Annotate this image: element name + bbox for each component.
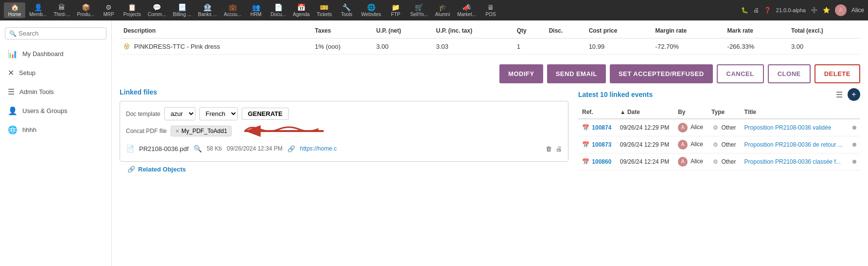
tools-icon: 🔧: [342, 3, 351, 11]
search-icon: 🔍: [9, 30, 17, 37]
gear-icon-1[interactable]: ⚙: [713, 124, 718, 131]
col-taxes: Taxes: [311, 23, 372, 38]
add-event-button[interactable]: +: [848, 88, 860, 101]
nav-ftp[interactable]: 📁 FTP: [385, 2, 407, 18]
table-row: 🏵 PINKDRESS-TTC - Pink dress 1% (ooo) 3.…: [120, 38, 860, 55]
gear-icon-2[interactable]: ⚙: [713, 141, 718, 148]
pdf-tag: ✕ My_PDF_ToAdd1: [171, 126, 231, 136]
delete-button[interactable]: DELETE: [815, 64, 860, 83]
doc-template-label: Doc template: [126, 111, 160, 117]
help-icon[interactable]: ❓: [764, 7, 771, 14]
nav-banks[interactable]: 🏦 Banks ...: [195, 2, 220, 18]
col-description: Description: [120, 23, 311, 38]
file-size: 58 Kb: [207, 145, 222, 152]
events-col-ref: Ref.: [578, 106, 616, 119]
projects-icon: 📋: [128, 3, 136, 11]
file-link[interactable]: https://home.c: [300, 145, 337, 152]
linked-files-box: Doc template azur French GENERATE Concat…: [120, 101, 568, 162]
nav-comm[interactable]: 💬 Comm...: [145, 2, 169, 18]
sidebar-item-users[interactable]: 👤 Users & Groups: [0, 101, 111, 120]
external-link-icon[interactable]: 🔗: [287, 145, 295, 152]
action-buttons-bar: MODIFY SEND EMAIL SET ACCEPTED/REFUSED C…: [112, 59, 868, 88]
linked-events-section: Latest 10 linked events ☰ + Ref. ▲ Date: [578, 88, 860, 177]
comm-icon: 💬: [153, 3, 161, 11]
event-date-3: 09/26/24 12:24 PM: [616, 153, 674, 171]
related-objects-section: 🔗 Related Objects: [120, 162, 568, 177]
template-select[interactable]: azur: [164, 107, 195, 120]
set-accepted-button[interactable]: SET ACCEPTED/REFUSED: [610, 64, 713, 83]
search-input[interactable]: [18, 30, 102, 37]
event-title-1[interactable]: Proposition PR2108-0036 validée: [741, 119, 849, 136]
nav-members[interactable]: 👤 Memb...: [26, 2, 50, 18]
star-icon[interactable]: ⭐: [823, 7, 830, 14]
line-items-section: Description Taxes U.P. (net) U.P. (inc. …: [112, 23, 868, 59]
username-label: Alice: [851, 7, 864, 14]
nav-tools[interactable]: 🔧 Tools: [336, 2, 357, 18]
print-icon[interactable]: 🖨: [753, 7, 759, 14]
event-title-2[interactable]: Proposition PR2108-0036 de retour ...: [741, 136, 849, 153]
main-layout: 🔍 📊 My Dashboard ✕ Setup ☰ Admin Tools 👤…: [0, 20, 868, 266]
nav-mrp[interactable]: ⚙ MRP: [98, 2, 120, 18]
nav-marketing[interactable]: 📣 Market...: [454, 2, 479, 18]
nav-billing[interactable]: 📃 Billing ...: [170, 2, 195, 18]
sidebar-search-container[interactable]: 🔍: [5, 27, 106, 39]
nav-pos[interactable]: 🖥 POS: [480, 2, 501, 18]
clone-button[interactable]: CLONE: [768, 64, 811, 83]
print-file-icon[interactable]: 🖨: [556, 145, 562, 152]
add-icon[interactable]: ➕: [811, 7, 818, 14]
cell-total: 3.00: [787, 38, 860, 55]
version-label: 21.0.0-alpha: [776, 7, 806, 13]
nav-docs[interactable]: 📄 Docu...: [267, 2, 289, 18]
send-email-button[interactable]: SEND EMAIL: [547, 64, 606, 83]
event-ref-1[interactable]: 📅 100874: [578, 119, 616, 136]
events-col-title: Title: [741, 106, 849, 119]
nav-sellyou[interactable]: 🛒 SellYo...: [407, 2, 431, 18]
event-ref-2[interactable]: 📅 100873: [578, 136, 616, 153]
modify-button[interactable]: MODIFY: [499, 64, 543, 83]
event-ref-3[interactable]: 📅 100860: [578, 153, 616, 171]
product-icon: 🏵: [124, 42, 130, 50]
cell-mark-rate: -266.33%: [724, 38, 787, 55]
nav-alumni[interactable]: 🎓 Alumni: [432, 2, 453, 18]
delete-file-icon[interactable]: 🗑: [546, 145, 552, 152]
ftp-icon: 📁: [391, 3, 400, 11]
sidebar-item-dashboard[interactable]: 📊 My Dashboard: [0, 44, 111, 63]
sidebar-item-hhhh[interactable]: 🌐 hhhh: [0, 120, 111, 139]
col-up-net: U.P. (net): [372, 23, 432, 38]
magnify-icon[interactable]: 🔍: [194, 145, 202, 152]
nav-home[interactable]: 🏠 Home: [4, 2, 25, 18]
sidebar-item-setup[interactable]: ✕ Setup: [0, 63, 111, 82]
language-select[interactable]: French: [199, 107, 238, 120]
avatar-3: A: [678, 157, 688, 167]
sidebar-item-admin[interactable]: ☰ Admin Tools: [0, 82, 111, 101]
nav-accounts[interactable]: 💼 Accou...: [221, 2, 244, 18]
members-icon: 👤: [34, 3, 42, 11]
generate-button[interactable]: GENERATE: [242, 108, 289, 120]
status-dot-2: [852, 143, 856, 147]
hhhh-icon: 🌐: [8, 125, 18, 134]
nav-products[interactable]: 📦 Produ...: [74, 2, 97, 18]
link-icon: 🔗: [127, 166, 135, 173]
cancel-button[interactable]: CANCEL: [717, 64, 764, 83]
websites-icon: 🌐: [367, 3, 375, 11]
gear-icon-3[interactable]: ⚙: [713, 158, 718, 165]
events-col-by: By: [674, 106, 708, 119]
nav-tickets[interactable]: 🎫 Tickets: [314, 2, 335, 18]
pdf-tag-name: My_PDF_ToAdd1: [181, 128, 227, 134]
topnav-right: 🐛 🖨 ❓ 21.0.0-alpha ➕ ⭐ A Alice: [741, 4, 864, 16]
event-by-2: A Alice: [674, 136, 708, 153]
nav-agenda[interactable]: 📅 Agenda: [290, 2, 312, 18]
hamburger-icon[interactable]: ☰: [836, 90, 843, 99]
nav-hrm[interactable]: 👥 HRM: [245, 2, 266, 18]
nav-projects[interactable]: 📋 Projects: [121, 2, 144, 18]
bug-icon[interactable]: 🐛: [741, 7, 748, 14]
nav-websites[interactable]: 🌐 Websites: [358, 2, 384, 18]
remove-tag-button[interactable]: ✕: [175, 128, 179, 134]
related-objects-label[interactable]: 🔗 Related Objects: [127, 166, 561, 173]
user-avatar[interactable]: A: [835, 4, 847, 16]
event-date-2: 09/26/24 12:29 PM: [616, 136, 674, 153]
nav-third[interactable]: 🏛 Third-...: [51, 2, 73, 18]
event-title-3[interactable]: Proposition PR2108-0036 classée f...: [741, 153, 849, 171]
col-disc: Disc.: [545, 23, 585, 38]
third-icon: 🏛: [58, 3, 65, 11]
